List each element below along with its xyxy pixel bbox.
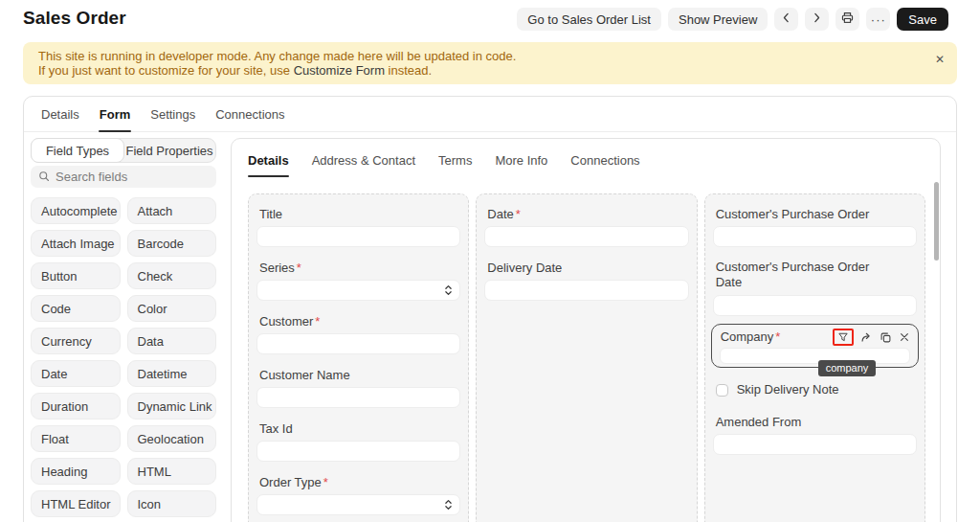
vertical-scrollbar[interactable] xyxy=(934,182,939,261)
tab-details[interactable]: Details xyxy=(40,97,80,131)
field-label: Series* xyxy=(259,261,427,276)
customers-purchase-order-date-input[interactable] xyxy=(713,295,917,316)
field-type-attach-image[interactable]: Attach Image xyxy=(31,230,121,257)
field-order-type[interactable]: Order Type* xyxy=(256,475,460,515)
go-to-sales-order-list-button[interactable]: Go to Sales Order List xyxy=(517,8,661,31)
form-tab-more-info[interactable]: More Info xyxy=(495,153,547,177)
search-icon xyxy=(38,169,50,186)
menu-button[interactable]: ··· xyxy=(866,8,890,31)
field-type-duration[interactable]: Duration xyxy=(31,393,121,420)
customer-input[interactable] xyxy=(256,333,460,354)
field-company-selected[interactable]: Company* xyxy=(711,324,919,368)
ellipsis-icon: ··· xyxy=(871,13,886,26)
title-input[interactable] xyxy=(256,226,460,247)
select-caret-icon xyxy=(444,284,453,301)
form-tab-address-contact[interactable]: Address & Contact xyxy=(312,153,415,177)
field-label: Customer's Purchase Order xyxy=(716,207,883,222)
tab-connections[interactable]: Connections xyxy=(214,97,285,131)
remove-field-icon[interactable] xyxy=(899,331,910,343)
field-label: Delivery Date xyxy=(487,261,655,276)
tab-form[interactable]: Form xyxy=(99,97,132,131)
search-fields-input[interactable] xyxy=(56,170,209,184)
required-marker: * xyxy=(315,314,320,329)
amended-from-input[interactable] xyxy=(713,434,917,455)
form-tab-connections[interactable]: Connections xyxy=(570,153,639,177)
field-type-autocomplete[interactable]: Autocomplete xyxy=(31,197,121,224)
field-type-data[interactable]: Data xyxy=(127,328,217,354)
field-delivery-date[interactable]: Delivery Date xyxy=(484,261,688,301)
required-marker: * xyxy=(775,329,780,344)
field-customers-purchase-order[interactable]: Customer's Purchase Order xyxy=(713,207,917,247)
series-select[interactable] xyxy=(256,280,460,301)
field-type-datetime[interactable]: Datetime xyxy=(127,360,217,387)
field-customer[interactable]: Customer* xyxy=(256,314,460,354)
field-tax-id[interactable]: Tax Id xyxy=(256,421,460,462)
field-customer-name[interactable]: Customer Name xyxy=(256,368,460,408)
date-input[interactable] xyxy=(484,226,688,247)
field-type-geolocation[interactable]: Geolocation xyxy=(127,425,217,452)
field-label: Amended From xyxy=(716,415,883,430)
field-title[interactable]: Title xyxy=(256,207,460,247)
field-type-html-editor[interactable]: HTML Editor xyxy=(31,490,121,517)
delivery-date-input[interactable] xyxy=(484,280,688,301)
tab-settings[interactable]: Settings xyxy=(149,97,196,131)
field-type-code[interactable]: Code xyxy=(31,295,121,322)
field-label: Customer's Purchase Order Date xyxy=(716,260,883,290)
checkbox-icon[interactable] xyxy=(716,384,728,397)
filter-icon[interactable] xyxy=(837,331,849,343)
field-skip-delivery-note[interactable]: Skip Delivery Note xyxy=(713,382,917,397)
banner-close-icon[interactable]: ✕ xyxy=(935,53,945,66)
field-properties-tab[interactable]: Field Properties xyxy=(123,139,215,162)
next-document-button[interactable] xyxy=(805,8,829,31)
field-type-icon[interactable]: Icon xyxy=(127,490,217,517)
field-type-currency[interactable]: Currency xyxy=(31,328,121,354)
field-type-button[interactable]: Button xyxy=(31,262,121,289)
field-series[interactable]: Series* xyxy=(256,261,460,301)
duplicate-icon[interactable] xyxy=(880,331,892,344)
form-columns: Title Series* Customer* Custome xyxy=(248,193,925,517)
field-type-dynamic-link[interactable]: Dynamic Link xyxy=(127,393,217,420)
tax-id-input[interactable] xyxy=(256,441,460,462)
form-tab-details[interactable]: Details xyxy=(248,153,289,177)
doctype-card: Details Form Settings Connections Field … xyxy=(23,96,957,522)
field-label: Order Type* xyxy=(259,475,427,490)
company-tooltip: company xyxy=(818,360,877,376)
field-type-date[interactable]: Date xyxy=(31,360,121,387)
customize-form-link[interactable]: Customize Form xyxy=(294,63,385,78)
field-type-float[interactable]: Float xyxy=(31,425,121,452)
move-icon[interactable] xyxy=(860,331,873,344)
field-type-attach[interactable]: Attach xyxy=(127,197,217,224)
banner-line2: If you just want to customize for your s… xyxy=(38,63,942,78)
field-sidebar: Field Types Field Properties Autocomplet… xyxy=(31,138,216,517)
field-amended-from[interactable]: Amended From xyxy=(713,415,917,455)
field-label: Customer Name xyxy=(259,368,427,383)
search-fields-box xyxy=(31,166,216,188)
field-type-list: Autocomplete Attach Attach Image Barcode… xyxy=(31,197,216,517)
form-builder-panel: Details Address & Contact Terms More Inf… xyxy=(231,138,941,522)
field-customers-purchase-order-date[interactable]: Customer's Purchase Order Date xyxy=(713,260,917,316)
field-type-color[interactable]: Color xyxy=(127,295,217,322)
form-column-3: Customer's Purchase Order Customer's Pur… xyxy=(704,193,925,522)
form-section-tabs: Details Address & Contact Terms More Inf… xyxy=(232,139,940,177)
print-button[interactable] xyxy=(835,8,859,31)
select-caret-icon xyxy=(444,498,453,515)
field-type-barcode[interactable]: Barcode xyxy=(127,230,217,257)
customer-name-input[interactable] xyxy=(256,387,460,408)
field-types-tab[interactable]: Field Types xyxy=(31,138,124,163)
field-type-html[interactable]: HTML xyxy=(127,458,217,485)
field-type-check[interactable]: Check xyxy=(127,262,217,289)
form-tab-terms[interactable]: Terms xyxy=(438,153,472,177)
order-type-select[interactable] xyxy=(256,494,460,515)
sidebar-toggle: Field Types Field Properties xyxy=(31,138,216,163)
field-label: Tax Id xyxy=(259,421,427,437)
field-date[interactable]: Date* xyxy=(484,207,688,247)
required-marker: * xyxy=(323,475,328,489)
field-label: Skip Delivery Note xyxy=(737,382,839,397)
customers-purchase-order-input[interactable] xyxy=(713,226,917,247)
company-input[interactable] xyxy=(720,348,910,364)
field-type-heading[interactable]: Heading xyxy=(31,458,121,485)
show-preview-button[interactable]: Show Preview xyxy=(668,8,768,31)
previous-document-button[interactable] xyxy=(774,8,798,31)
save-button[interactable]: Save xyxy=(897,8,948,31)
page-title: Sales Order xyxy=(23,8,126,29)
